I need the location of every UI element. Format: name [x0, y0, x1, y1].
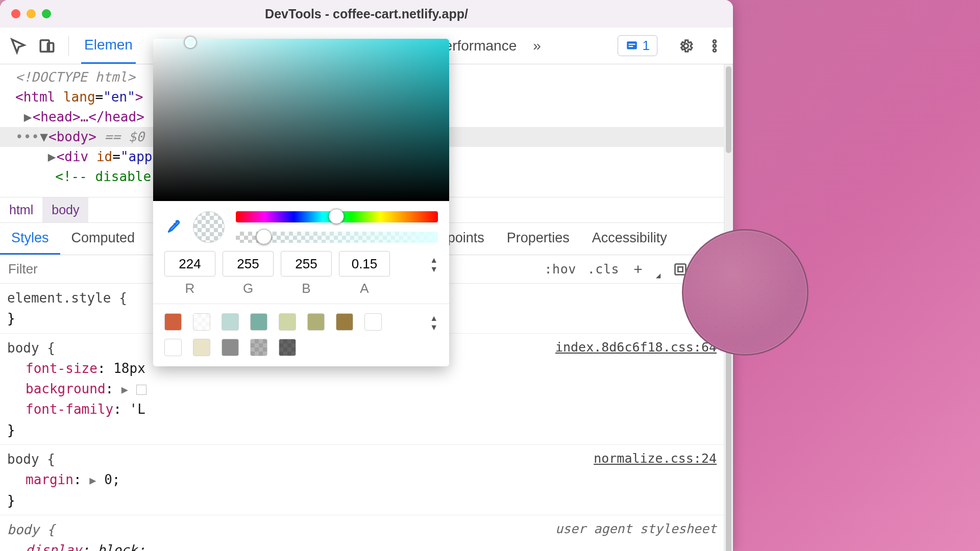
tab-computed[interactable]: Computed	[60, 223, 146, 255]
color-picker: R G B A ▲▼ ▲▼	[153, 39, 449, 366]
close-window-button[interactable]	[11, 9, 20, 18]
device-toolbar-icon[interactable]	[38, 37, 56, 55]
color-swatch[interactable]	[279, 339, 296, 356]
color-swatch[interactable]	[193, 339, 210, 356]
svg-point-7	[713, 49, 716, 52]
more-tabs-icon[interactable]: »	[530, 38, 544, 54]
rule-body-ua[interactable]: user agent stylesheet body { display: bl…	[0, 515, 724, 551]
color-swatch[interactable]	[279, 313, 296, 331]
color-swatches: ▲▼	[153, 307, 449, 366]
tab-styles[interactable]: Styles	[0, 223, 60, 255]
svg-rect-9	[678, 267, 682, 271]
settings-icon[interactable]	[677, 37, 695, 55]
expand-shorthand-icon[interactable]: ▶	[89, 474, 96, 487]
scroll-thumb[interactable]	[726, 66, 731, 153]
eyedropper-magnifier[interactable]	[682, 229, 808, 356]
zoom-window-button[interactable]	[42, 9, 51, 18]
minimize-window-button[interactable]	[27, 9, 36, 18]
traffic-lights	[11, 9, 51, 18]
r-input[interactable]	[164, 251, 215, 277]
tab-elements[interactable]: Elemen	[81, 28, 136, 64]
eyedropper-icon[interactable]	[164, 217, 182, 237]
color-swatch-icon[interactable]	[136, 385, 146, 395]
titlebar: DevTools - coffee-cart.netlify.app/	[0, 0, 733, 28]
color-swatch[interactable]	[164, 339, 182, 356]
source-link[interactable]: normalize.css:24	[594, 449, 717, 469]
svg-rect-2	[627, 41, 637, 49]
color-swatch[interactable]	[364, 313, 382, 331]
color-mode-switch[interactable]: ▲▼	[430, 251, 438, 273]
cls-toggle[interactable]: .cls	[587, 262, 619, 277]
breadcrumb-body[interactable]: body	[42, 197, 88, 222]
scroll-thumb[interactable]	[726, 350, 731, 551]
color-preview	[193, 211, 225, 243]
rule-body-normalize[interactable]: normalize.css:24 body { margin: ▶ 0; }	[0, 445, 724, 515]
expand-shorthand-icon[interactable]: ▶	[121, 383, 128, 396]
color-swatch[interactable]	[222, 339, 239, 356]
devtools-window: DevTools - coffee-cart.netlify.app/ Elem…	[0, 0, 733, 551]
b-input[interactable]	[281, 251, 332, 277]
inspect-element-icon[interactable]	[9, 37, 28, 55]
tab-accessibility[interactable]: Accessibility	[581, 223, 678, 255]
issues-icon	[625, 39, 639, 53]
new-style-rule-icon[interactable]	[630, 262, 646, 277]
alpha-thumb[interactable]	[256, 229, 272, 244]
svg-rect-8	[675, 264, 686, 274]
window-title: DevTools - coffee-cart.netlify.app/	[0, 7, 733, 21]
more-options-icon[interactable]	[705, 37, 724, 55]
svg-rect-3	[628, 43, 635, 44]
hue-thumb[interactable]	[329, 209, 344, 224]
dom-doctype: <!DOCTYPE html>	[15, 69, 135, 85]
palette-switch[interactable]: ▲▼	[430, 314, 438, 332]
saturation-value-field[interactable]	[153, 39, 449, 201]
swatch-row	[164, 313, 438, 331]
color-swatch[interactable]	[336, 313, 353, 331]
source-link[interactable]: index.8d6c6f18.css:64	[555, 338, 717, 358]
color-swatch[interactable]	[193, 313, 210, 331]
color-swatch[interactable]	[164, 313, 182, 331]
hov-toggle[interactable]: :hov	[545, 262, 576, 277]
expand-icon[interactable]: ▶	[47, 147, 57, 167]
color-swatch[interactable]	[250, 339, 267, 356]
g-input[interactable]	[223, 251, 274, 277]
ua-stylesheet-label: user agent stylesheet	[555, 519, 717, 539]
issues-count: 1	[643, 38, 650, 54]
sv-thumb[interactable]	[185, 37, 196, 48]
tab-properties[interactable]: Properties	[496, 223, 581, 255]
alpha-slider[interactable]	[236, 232, 438, 243]
svg-rect-4	[628, 46, 633, 47]
issues-badge[interactable]: 1	[618, 35, 657, 56]
color-swatch[interactable]	[307, 313, 325, 331]
svg-point-5	[713, 40, 716, 43]
separator	[68, 36, 69, 56]
color-swatch[interactable]	[250, 313, 267, 331]
color-inputs: R G B A ▲▼	[153, 251, 449, 300]
color-swatch[interactable]	[222, 313, 239, 331]
svg-rect-1	[47, 43, 53, 52]
svg-point-6	[713, 44, 716, 47]
a-input[interactable]	[339, 251, 390, 277]
hue-slider[interactable]	[236, 211, 438, 222]
expand-icon[interactable]: ▶	[23, 107, 33, 127]
breadcrumb-html[interactable]: html	[0, 197, 42, 222]
swatch-row	[164, 339, 438, 356]
